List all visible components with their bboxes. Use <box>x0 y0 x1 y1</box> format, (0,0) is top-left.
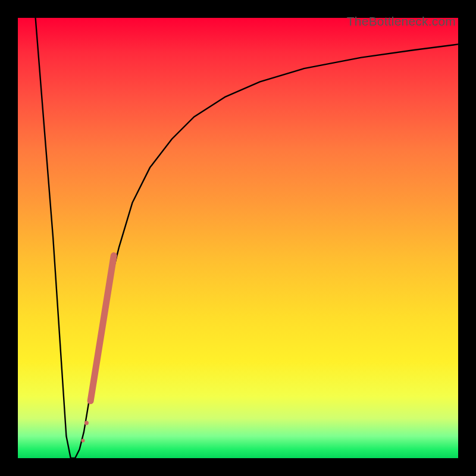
highlight-dot <box>82 439 85 442</box>
bottleneck-curve <box>36 18 458 458</box>
plot-area <box>18 18 458 458</box>
highlight-dot <box>84 421 89 425</box>
highlight-segment <box>90 256 114 401</box>
curve-layer <box>18 18 458 458</box>
watermark-text: TheBottleneck.com <box>347 14 456 29</box>
chart-frame: TheBottleneck.com <box>0 0 476 476</box>
